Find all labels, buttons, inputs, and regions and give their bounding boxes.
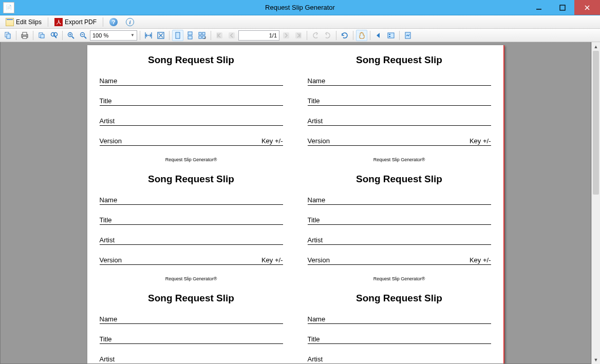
separator: [62, 31, 63, 40]
field-title: Title: [100, 97, 283, 106]
export-pdf-button[interactable]: 人 Export PDF: [51, 16, 100, 28]
svg-rect-31: [202, 32, 205, 35]
about-button[interactable]: i: [122, 16, 138, 28]
minimize-button[interactable]: [527, 0, 551, 15]
vertical-scrollbar[interactable]: ▲ ▼: [591, 42, 600, 364]
request-slip: Song Request Slip Name Title Artist Vers…: [295, 283, 503, 364]
slip-heading: Song Request Slip: [100, 293, 283, 304]
label-name: Name: [100, 77, 118, 85]
hand-tool-button[interactable]: [356, 30, 367, 41]
last-page-button[interactable]: [293, 30, 304, 41]
scroll-down-arrow-icon[interactable]: ▼: [592, 355, 600, 364]
svg-rect-42: [389, 34, 390, 35]
prev-page-button[interactable]: [226, 30, 237, 41]
slip-footer: Request Slip Generator®: [308, 276, 491, 281]
help-button[interactable]: ?: [106, 16, 121, 28]
info-icon: i: [126, 18, 134, 26]
fit-width-button[interactable]: [143, 30, 154, 41]
separator: [16, 31, 16, 40]
undo-button[interactable]: [310, 30, 321, 41]
edit-slips-icon: [6, 18, 14, 26]
slip-heading: Song Request Slip: [308, 54, 491, 66]
multi-page-button[interactable]: [197, 30, 208, 41]
svg-line-15: [72, 36, 74, 39]
separator: [353, 31, 353, 40]
label-title: Title: [100, 216, 112, 224]
slip-footer: Request Slip Generator®: [100, 276, 283, 281]
label-key: Key +/-: [261, 137, 283, 145]
help-icon: ?: [109, 18, 118, 26]
svg-rect-7: [23, 32, 27, 35]
zoom-value: 100 %: [92, 32, 108, 39]
pdf-icon: 人: [54, 18, 63, 26]
label-artist: Artist: [308, 355, 323, 363]
separator: [399, 31, 400, 40]
field-name: Name: [100, 196, 283, 205]
label-title: Title: [308, 97, 320, 105]
fit-page-button[interactable]: [155, 30, 166, 41]
single-page-button[interactable]: [172, 30, 183, 41]
slip-heading: Song Request Slip: [100, 174, 283, 185]
separator: [336, 31, 336, 40]
separator: [169, 31, 170, 40]
copy-button[interactable]: [2, 30, 13, 41]
first-page-button[interactable]: [214, 30, 225, 41]
copy-page-button[interactable]: [36, 30, 47, 41]
label-title: Title: [308, 216, 320, 224]
field-title: Title: [308, 97, 491, 106]
maximize-button[interactable]: [551, 0, 574, 15]
zoom-in-button[interactable]: [65, 30, 77, 41]
request-slip: Song Request Slip Name Title Artist Vers…: [87, 283, 295, 364]
request-slip: Song Request Slip Name Title Artist Vers…: [295, 164, 503, 283]
document-viewport[interactable]: Song Request Slip Name Title Artist Vers…: [0, 42, 591, 364]
separator: [307, 31, 307, 40]
field-title: Title: [308, 335, 491, 344]
slip-footer: Request Slip Generator®: [308, 157, 491, 162]
edit-slips-button[interactable]: Edit Slips: [2, 16, 45, 28]
label-artist: Artist: [100, 117, 115, 125]
document-area: Song Request Slip Name Title Artist Vers…: [0, 42, 600, 364]
redo-button[interactable]: [322, 30, 333, 41]
svg-rect-8: [23, 36, 27, 39]
field-name: Name: [308, 315, 491, 324]
bookmarks-button[interactable]: [385, 30, 397, 41]
title-bar: 📄 Request Slip Generator: [0, 0, 600, 15]
print-button[interactable]: [19, 30, 30, 41]
zoom-combo[interactable]: 100 % ▼: [90, 30, 137, 41]
nav-back-button[interactable]: [373, 30, 384, 41]
label-title: Title: [100, 97, 112, 105]
field-artist: Artist: [308, 355, 491, 364]
separator: [140, 31, 140, 40]
field-artist: Artist: [308, 236, 491, 245]
continuous-page-button[interactable]: [184, 30, 196, 41]
svg-rect-32: [199, 36, 201, 39]
separator: [33, 31, 33, 40]
slip-footer: Request Slip Generator®: [100, 157, 283, 162]
next-page-button[interactable]: [280, 30, 292, 41]
scroll-up-arrow-icon[interactable]: ▲: [592, 42, 600, 51]
field-name: Name: [100, 77, 283, 86]
field-title: Title: [100, 216, 283, 225]
label-version: Version: [308, 256, 330, 264]
window-title: Request Slip Generator: [0, 4, 600, 11]
export-pdf-label: Export PDF: [65, 18, 97, 26]
refresh-button[interactable]: [339, 30, 350, 41]
label-key: Key +/-: [470, 256, 491, 264]
find-button[interactable]: [48, 30, 60, 41]
field-name: Name: [308, 77, 491, 86]
viewer-toolbar: 100 % ▼ 1/1: [0, 29, 600, 42]
page-number-box[interactable]: 1/1: [238, 30, 279, 41]
request-slip: Song Request Slip Name Title Artist Vers…: [295, 45, 503, 164]
label-name: Name: [308, 315, 326, 323]
label-version: Version: [308, 137, 330, 145]
page-number-value: 1/1: [269, 32, 277, 39]
page-setup-button[interactable]: [402, 30, 414, 41]
field-version-key: VersionKey +/-: [308, 137, 491, 146]
zoom-out-button[interactable]: [78, 30, 89, 41]
close-button[interactable]: [574, 0, 600, 15]
menu-toolbar: Edit Slips 人 Export PDF ? i: [0, 15, 600, 29]
slip-heading: Song Request Slip: [308, 174, 491, 185]
scroll-thumb[interactable]: [593, 51, 599, 195]
svg-rect-33: [202, 36, 205, 39]
svg-rect-41: [388, 33, 394, 38]
